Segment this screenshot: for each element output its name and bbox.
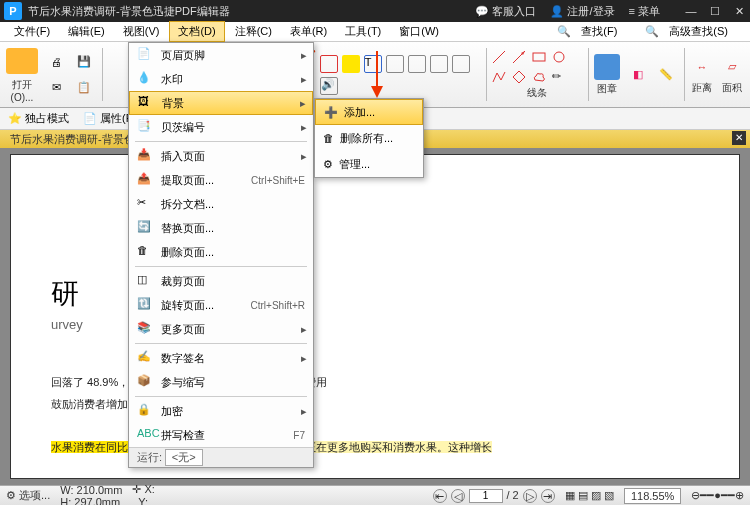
- menu-watermark[interactable]: 💧水印▸: [129, 67, 313, 91]
- customer-link[interactable]: 💬 客服入口: [475, 4, 536, 19]
- polyline-icon[interactable]: [492, 70, 506, 84]
- find-button[interactable]: 🔍查找(F): [549, 20, 633, 43]
- menu-replace-page[interactable]: 🔄替换页面...: [129, 216, 313, 240]
- menu-encrypt[interactable]: 🔒加密▸: [129, 399, 313, 423]
- next-page-button[interactable]: ▷: [523, 489, 537, 503]
- titlebar: P 节后水果消费调研-背景色迅捷PDF编辑器 💬 客服入口 👤 注册/登录 ≡ …: [0, 0, 750, 22]
- zoom-status[interactable]: 118.55%: [624, 488, 681, 504]
- main-menu[interactable]: ≡ 菜单: [629, 4, 660, 19]
- pencil-icon[interactable]: ✏: [552, 70, 566, 84]
- layout-icons[interactable]: ▦ ▤ ▨ ▧: [565, 489, 614, 502]
- svg-point-4: [554, 52, 564, 62]
- menu-compress[interactable]: 📦参与缩写: [129, 370, 313, 394]
- strikeout-icon[interactable]: [408, 55, 426, 73]
- window-title: 节后水果消费调研-背景色迅捷PDF编辑器: [28, 4, 475, 19]
- callout-icon[interactable]: [452, 55, 470, 73]
- eraser-icon[interactable]: ◧: [626, 63, 650, 87]
- menu-form[interactable]: 表单(R): [282, 22, 335, 41]
- circle-icon[interactable]: [552, 50, 566, 64]
- menu-crop-page[interactable]: ◫裁剪页面: [129, 269, 313, 293]
- page-canvas: 研 urvey 回落了 48.9%，这意味着消费者购买水果所需支付的费用 鼓励消…: [10, 154, 740, 479]
- alone-mode[interactable]: ⭐ 独占模式: [8, 111, 69, 126]
- app-logo: P: [4, 2, 22, 20]
- run-select[interactable]: <无>: [165, 449, 203, 466]
- last-page-button[interactable]: ⇥: [541, 489, 555, 503]
- menu-file[interactable]: 文件(F): [6, 22, 58, 41]
- svg-rect-3: [533, 53, 545, 61]
- first-page-button[interactable]: ⇤: [433, 489, 447, 503]
- dropdown-footer: 运行: <无>: [129, 447, 313, 467]
- menubar: 文件(F) 编辑(E) 视图(V) 文档(D) 注释(C) 表单(R) 工具(T…: [0, 22, 750, 42]
- menu-bates[interactable]: 📑贝茨编号▸: [129, 115, 313, 139]
- menu-header-footer[interactable]: 📄页眉页脚▸: [129, 43, 313, 67]
- print-icon[interactable]: 🖨: [44, 50, 68, 74]
- menu-background[interactable]: 🖼背景▸: [129, 91, 313, 115]
- menu-comment[interactable]: 注释(C): [227, 22, 280, 41]
- stamp-icon[interactable]: [594, 54, 620, 80]
- submenu-remove-all[interactable]: 🗑删除所有...: [315, 125, 423, 151]
- page-total: / 2: [507, 489, 519, 503]
- menu-spell[interactable]: ABC拼写检查F7: [129, 423, 313, 447]
- zoom-slider[interactable]: ⊖━━●━━⊕: [691, 489, 744, 502]
- svg-marker-5: [513, 71, 525, 83]
- note-icon[interactable]: [430, 55, 448, 73]
- menu-window[interactable]: 窗口(W): [391, 22, 447, 41]
- menu-edit[interactable]: 编辑(E): [60, 22, 113, 41]
- menu-insert-page[interactable]: 📥插入页面▸: [129, 144, 313, 168]
- distance-icon[interactable]: ↔: [690, 55, 714, 79]
- menu-tool[interactable]: 工具(T): [337, 22, 389, 41]
- page-size: W: 210.0mmH: 297.0mm: [60, 484, 122, 506]
- arrow-icon[interactable]: [512, 50, 526, 64]
- area-icon[interactable]: ▱: [720, 55, 744, 79]
- menu-more-page[interactable]: 📚更多页面▸: [129, 317, 313, 341]
- open-button[interactable]: 打开(O)...: [6, 44, 38, 105]
- menu-document[interactable]: 文档(D): [169, 21, 224, 42]
- text-icon[interactable]: T: [364, 55, 382, 73]
- close-button[interactable]: ✕: [732, 5, 746, 18]
- text-box-icon[interactable]: [320, 55, 338, 73]
- options-button[interactable]: ⚙ 选项...: [6, 488, 50, 503]
- background-submenu: ➕添加... 🗑删除所有... ⚙管理...: [314, 98, 424, 178]
- underline-icon[interactable]: [386, 55, 404, 73]
- status-bar: ⚙ 选项... W: 210.0mmH: 297.0mm ✛ X: Y: ⇤ ◁…: [0, 485, 750, 505]
- tab-close-button[interactable]: ✕: [732, 131, 746, 145]
- document-menu-dropdown: 📄页眉页脚▸ 💧水印▸ 🖼背景▸ 📑贝茨编号▸ 📥插入页面▸ 📤提取页面...C…: [128, 42, 314, 468]
- menu-extract-page[interactable]: 📤提取页面...Ctrl+Shift+E: [129, 168, 313, 192]
- cursor-pos: ✛ X: Y:: [132, 483, 154, 505]
- minimize-button[interactable]: —: [684, 5, 698, 18]
- menu-rotate-page[interactable]: 🔃旋转页面...Ctrl+Shift+R: [129, 293, 313, 317]
- polygon-icon[interactable]: [512, 70, 526, 84]
- menu-delete-page[interactable]: 🗑删除页面...: [129, 240, 313, 264]
- measure-icon[interactable]: 📏: [654, 63, 678, 87]
- menu-view[interactable]: 视图(V): [115, 22, 168, 41]
- svg-line-0: [493, 51, 505, 63]
- save-icon[interactable]: 💾: [72, 50, 96, 74]
- sound-icon[interactable]: 🔊: [320, 77, 338, 95]
- page-nav: ⇤ ◁ / 2 ▷ ⇥: [433, 489, 555, 503]
- folder-icon: [6, 48, 38, 74]
- submenu-manage[interactable]: ⚙管理...: [315, 151, 423, 177]
- scan-icon[interactable]: 📋: [72, 76, 96, 100]
- highlight-icon[interactable]: [342, 55, 360, 73]
- maximize-button[interactable]: ☐: [708, 5, 722, 18]
- page-input[interactable]: [469, 489, 503, 503]
- menu-sign[interactable]: ✍数字签名▸: [129, 346, 313, 370]
- login-link[interactable]: 👤 注册/登录: [550, 4, 614, 19]
- rect-icon[interactable]: [532, 50, 546, 64]
- line-icon[interactable]: [492, 50, 506, 64]
- cloud-icon[interactable]: [532, 70, 546, 84]
- lines-label: 线条: [527, 86, 547, 100]
- menu-split[interactable]: ✂拆分文档...: [129, 192, 313, 216]
- submenu-add[interactable]: ➕添加...: [315, 99, 423, 125]
- work-area: 研 urvey 回落了 48.9%，这意味着消费者购买水果所需支付的费用 鼓励消…: [0, 148, 750, 485]
- prev-page-button[interactable]: ◁: [451, 489, 465, 503]
- adv-find-button[interactable]: 🔍高级查找(S): [637, 20, 744, 43]
- mail-icon[interactable]: ✉: [44, 76, 68, 100]
- document-tab[interactable]: 节后水果消费调研-背景色: [0, 132, 145, 147]
